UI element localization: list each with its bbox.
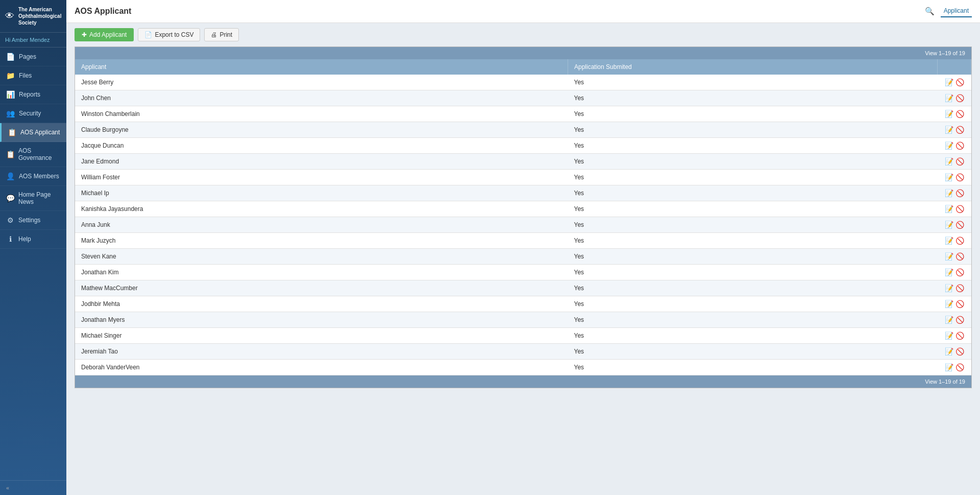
delete-applicant-button[interactable]: 🚫 [954,142,965,150]
applicant-name-cell: Kanishka Jayasundera [75,201,568,217]
print-button[interactable]: 🖨 Print [204,28,239,41]
add-applicant-button[interactable]: ✚ Add Applicant [75,28,134,41]
edit-applicant-button[interactable]: 📝 [944,126,954,134]
edit-applicant-button[interactable]: 📝 [944,284,954,292]
table-row: Michael SingerYes📝🚫 [75,328,971,344]
reports-icon: 📊 [6,90,15,99]
delete-applicant-button[interactable]: 🚫 [954,347,965,356]
edit-applicant-button[interactable]: 📝 [944,347,954,356]
sidebar-item-files[interactable]: 📁 Files [0,66,66,85]
application-submitted-cell: Yes [568,90,938,106]
delete-applicant-button[interactable]: 🚫 [954,316,965,324]
edit-applicant-button[interactable]: 📝 [944,268,954,276]
delete-applicant-button[interactable]: 🚫 [954,189,965,197]
delete-applicant-button[interactable]: 🚫 [954,126,965,134]
sidebar-logo: 👁 The American Ophthalmological Society [0,0,66,33]
edit-applicant-button[interactable]: 📝 [944,300,954,308]
row-actions-cell: 📝🚫 [938,312,971,328]
sidebar-item-aos-governance[interactable]: 📋 AOS Governance [0,142,66,167]
row-actions-cell: 📝🚫 [938,185,971,201]
delete-applicant-button[interactable]: 🚫 [954,252,965,261]
search-button[interactable]: 🔍 [925,7,935,16]
sidebar-item-label: Home Page News [18,191,60,205]
sidebar-item-home-page-news[interactable]: 💬 Home Page News [0,186,66,211]
row-actions-cell: 📝🚫 [938,138,971,154]
export-csv-button[interactable]: 📄 Export to CSV [138,28,200,41]
sidebar-item-reports[interactable]: 📊 Reports [0,85,66,104]
table-row: Kanishka JayasunderaYes📝🚫 [75,201,971,217]
applicant-name-cell: Michael Ip [75,185,568,201]
delete-applicant-button[interactable]: 🚫 [954,94,965,102]
security-icon: 👥 [6,109,15,117]
sidebar-item-aos-applicant[interactable]: 📋 AOS Applicant [0,123,66,142]
delete-applicant-button[interactable]: 🚫 [954,300,965,308]
edit-applicant-button[interactable]: 📝 [944,252,954,261]
delete-applicant-button[interactable]: 🚫 [954,205,965,213]
sidebar-item-label: AOS Members [19,173,59,180]
export-label: Export to CSV [155,31,193,38]
sidebar-item-settings[interactable]: ⚙ Settings [0,211,66,230]
delete-applicant-button[interactable]: 🚫 [954,221,965,229]
delete-applicant-button[interactable]: 🚫 [954,268,965,276]
eye-icon: 👁 [5,11,14,21]
sidebar-item-security[interactable]: 👥 Security [0,104,66,123]
edit-applicant-button[interactable]: 📝 [944,157,954,166]
delete-applicant-button[interactable]: 🚫 [954,237,965,245]
collapse-sidebar-button[interactable]: « [0,480,66,495]
row-actions-cell: 📝🚫 [938,75,971,90]
delete-applicant-button[interactable]: 🚫 [954,78,965,86]
edit-applicant-button[interactable]: 📝 [944,78,954,86]
row-actions-cell: 📝🚫 [938,233,971,249]
applicant-table: Applicant Application Submited Jesse Ber… [75,59,971,375]
table-row: Jonathan MyersYes📝🚫 [75,312,971,328]
delete-applicant-button[interactable]: 🚫 [954,110,965,118]
org-name: The American Ophthalmological Society [18,6,61,26]
application-submitted-cell: Yes [568,249,938,265]
applicant-name-cell: Winston Chamberlain [75,106,568,122]
aos-members-icon: 👤 [6,172,15,180]
delete-applicant-button[interactable]: 🚫 [954,363,965,371]
row-actions-cell: 📝🚫 [938,154,971,170]
row-actions-cell: 📝🚫 [938,360,971,375]
table-row: Jesse BerryYes📝🚫 [75,75,971,90]
edit-applicant-button[interactable]: 📝 [944,142,954,150]
application-submitted-cell: Yes [568,296,938,312]
row-actions-cell: 📝🚫 [938,344,971,360]
aos-governance-icon: 📋 [6,150,14,158]
applicant-name-cell: John Chen [75,90,568,106]
sidebar-item-aos-members[interactable]: 👤 AOS Members [0,167,66,186]
delete-applicant-button[interactable]: 🚫 [954,332,965,340]
print-icon: 🖨 [211,31,217,38]
applicant-name-cell: Mark Juzych [75,233,568,249]
edit-applicant-button[interactable]: 📝 [944,363,954,371]
sidebar-user: Hi Amber Mendez [0,33,66,48]
edit-applicant-button[interactable]: 📝 [944,332,954,340]
application-submitted-cell: Yes [568,154,938,170]
applicant-name-cell: Jonathan Kim [75,265,568,280]
application-submitted-cell: Yes [568,170,938,185]
edit-applicant-button[interactable]: 📝 [944,94,954,102]
edit-applicant-button[interactable]: 📝 [944,316,954,324]
delete-applicant-button[interactable]: 🚫 [954,157,965,166]
sidebar-item-pages[interactable]: 📄 Pages [0,48,66,66]
delete-applicant-button[interactable]: 🚫 [954,284,965,292]
pages-icon: 📄 [6,53,15,61]
sidebar-item-help[interactable]: ℹ Help [0,230,66,249]
application-submitted-cell: Yes [568,217,938,233]
edit-applicant-button[interactable]: 📝 [944,237,954,245]
applicant-name-cell: Jodhbir Mehta [75,296,568,312]
tab-applicant[interactable]: Applicant [941,5,972,17]
edit-applicant-button[interactable]: 📝 [944,189,954,197]
edit-applicant-button[interactable]: 📝 [944,221,954,229]
edit-applicant-button[interactable]: 📝 [944,173,954,181]
applicant-name-cell: Jeremiah Tao [75,344,568,360]
help-icon: ℹ [6,235,14,243]
table-body: Jesse BerryYes📝🚫John ChenYes📝🚫Winston Ch… [75,75,971,375]
sidebar-item-label: AOS Governance [18,147,60,161]
row-actions-cell: 📝🚫 [938,106,971,122]
row-actions-cell: 📝🚫 [938,90,971,106]
delete-applicant-button[interactable]: 🚫 [954,173,965,181]
table-row: Michael IpYes📝🚫 [75,185,971,201]
edit-applicant-button[interactable]: 📝 [944,110,954,118]
edit-applicant-button[interactable]: 📝 [944,205,954,213]
